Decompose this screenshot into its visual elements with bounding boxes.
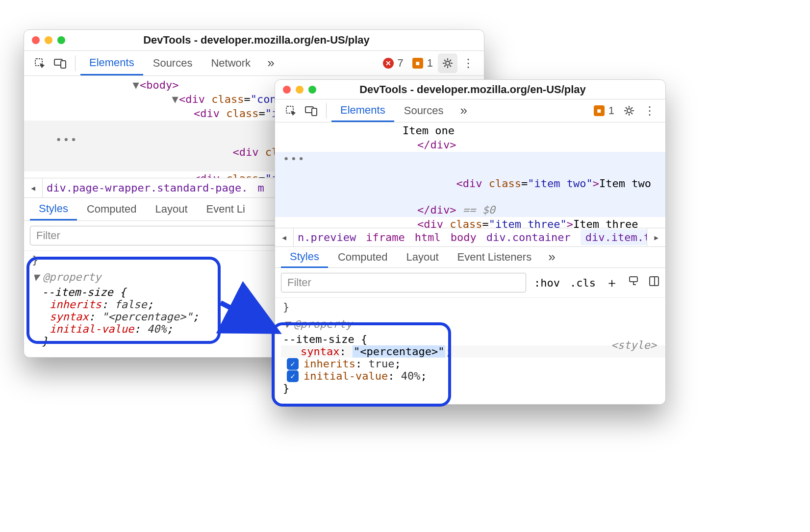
kebab-menu-icon[interactable]: ⋮ — [640, 101, 659, 121]
dom-more-icon[interactable]: ••• — [55, 134, 78, 146]
subtab-layout[interactable]: Layout — [397, 247, 447, 267]
css-prop-value: 40% — [401, 370, 421, 382]
more-subtabs-icon[interactable]: » — [541, 249, 562, 265]
subtab-styles[interactable]: Styles — [281, 247, 328, 267]
style-source-link[interactable]: <style> — [611, 339, 657, 351]
css-prop-name: initial-value — [50, 323, 134, 335]
subtab-event[interactable]: Event Li — [198, 198, 254, 220]
inspect-icon[interactable] — [30, 53, 50, 73]
breadcrumb-item[interactable]: body — [451, 231, 477, 243]
window-title: DevTools - developer.mozilla.org/en-US/p… — [37, 34, 476, 47]
expand-tri-icon[interactable]: ▼ — [171, 93, 179, 105]
tab-network[interactable]: Network — [202, 51, 259, 75]
more-tabs-icon[interactable]: » — [260, 55, 281, 71]
rule-name: --item-size { — [283, 333, 367, 345]
css-prop-name: inherits — [304, 358, 355, 370]
css-prop-name: syntax — [50, 311, 88, 323]
title-bar: DevTools - developer.mozilla.org/en-US/p… — [275, 80, 665, 99]
svg-point-3 — [446, 61, 450, 65]
breadcrumb-item[interactable]: div.page-wrapper.standard-page. — [47, 182, 248, 194]
expand-tri-icon[interactable]: ▼ — [132, 79, 140, 91]
warning-count: 1 — [608, 104, 614, 117]
error-count-badge[interactable]: ✕ 7 — [379, 57, 407, 70]
css-prop-value: true — [368, 358, 394, 370]
css-prop-value[interactable]: "<percentage>" — [353, 345, 445, 358]
svg-rect-6 — [312, 108, 317, 116]
error-count: 7 — [398, 57, 404, 70]
settings-gear-button[interactable] — [619, 101, 639, 121]
breadcrumb-item-current[interactable]: div.item.two — [581, 229, 647, 245]
styles-filter-input[interactable] — [281, 273, 526, 292]
css-prop-value: false — [114, 298, 147, 311]
subtab-layout[interactable]: Layout — [146, 198, 196, 220]
property-enable-checkbox[interactable]: ✓ — [287, 370, 299, 382]
tab-sources[interactable]: Sources — [144, 51, 202, 75]
at-property-heading: @property — [294, 318, 352, 330]
window-title: DevTools - developer.mozilla.org/en-US/p… — [288, 83, 658, 96]
kebab-menu-icon[interactable]: ⋮ — [458, 53, 478, 73]
breadcrumb-item[interactable]: iframe — [366, 231, 405, 243]
styles-pane[interactable]: } ▼@property <style> --item-size { synta… — [275, 298, 665, 404]
inspect-icon[interactable] — [281, 101, 301, 121]
styles-filter-row: :hov .cls ＋ — [275, 268, 665, 298]
property-enable-checkbox[interactable]: ✓ — [287, 358, 299, 370]
breadcrumb-item[interactable]: html — [415, 231, 441, 243]
warning-icon: ■ — [594, 105, 605, 116]
css-prop-name: syntax — [301, 345, 339, 358]
title-bar: DevTools - developer.mozilla.org/en-US/p… — [24, 30, 484, 51]
panel-toggle-icon[interactable] — [649, 276, 659, 290]
rule-close: } — [281, 382, 665, 394]
tab-elements[interactable]: Elements — [80, 51, 143, 75]
cls-toggle[interactable]: .cls — [570, 277, 596, 289]
tab-elements[interactable]: Elements — [331, 100, 394, 122]
breadcrumb-item[interactable]: n.preview — [298, 231, 356, 243]
subtab-computed[interactable]: Computed — [78, 198, 146, 220]
subtab-event[interactable]: Event Listeners — [449, 247, 541, 267]
breadcrumb-item[interactable]: m — [258, 182, 264, 194]
section-tri-icon[interactable]: ▼ — [32, 271, 40, 283]
at-property-heading: @property — [43, 271, 101, 283]
warning-count-badge[interactable]: ■ 1 — [408, 57, 437, 70]
devtools-tabs: Elements Sources Network » ✕ 7 ■ 1 ⋮ — [24, 51, 484, 75]
warning-icon: ■ — [412, 58, 423, 69]
css-prop-value: 40% — [147, 323, 167, 335]
section-tri-icon[interactable]: ▼ — [283, 318, 291, 330]
breadcrumb-item[interactable]: div.container — [486, 231, 571, 243]
svg-rect-8 — [630, 277, 637, 282]
svg-rect-2 — [61, 61, 66, 68]
warning-count-badge[interactable]: ■ 1 — [590, 104, 618, 117]
breadcrumb: ◂ n.preview iframe html body div.contain… — [275, 228, 665, 247]
breadcrumb-prev-button[interactable]: ◂ — [24, 178, 43, 198]
css-prop-name: inherits — [50, 298, 101, 311]
tab-sources[interactable]: Sources — [395, 99, 453, 122]
new-rule-plus-icon[interactable]: ＋ — [606, 274, 618, 291]
device-toolbar-icon[interactable] — [302, 101, 321, 121]
device-toolbar-icon[interactable] — [51, 53, 70, 73]
subtab-computed[interactable]: Computed — [329, 247, 397, 267]
devtools-tabs: Elements Sources » ■ 1 ⋮ — [275, 99, 665, 122]
rule-name: --item-size { — [42, 286, 126, 298]
error-icon: ✕ — [383, 58, 394, 69]
breadcrumb-next-button[interactable]: ▸ — [647, 228, 665, 246]
devtools-window-right: DevTools - developer.mozilla.org/en-US/p… — [275, 79, 666, 405]
hov-toggle[interactable]: :hov — [534, 277, 560, 289]
dom-more-icon[interactable]: ••• — [283, 153, 305, 165]
styles-tabs: Styles Computed Layout Event Listeners » — [275, 247, 665, 268]
settings-gear-button[interactable] — [438, 53, 457, 73]
paint-icon[interactable] — [628, 276, 639, 290]
dom-tree[interactable]: Item one </div> ••• <div class="item two… — [275, 122, 665, 228]
css-prop-value: "<percentage>" — [101, 311, 192, 323]
subtab-styles[interactable]: Styles — [30, 198, 77, 221]
more-tabs-icon[interactable]: » — [453, 103, 474, 118]
warning-count: 1 — [427, 57, 433, 70]
css-prop-name: initial-value — [304, 370, 388, 382]
svg-point-7 — [627, 109, 631, 113]
breadcrumb-prev-button[interactable]: ◂ — [275, 228, 294, 246]
